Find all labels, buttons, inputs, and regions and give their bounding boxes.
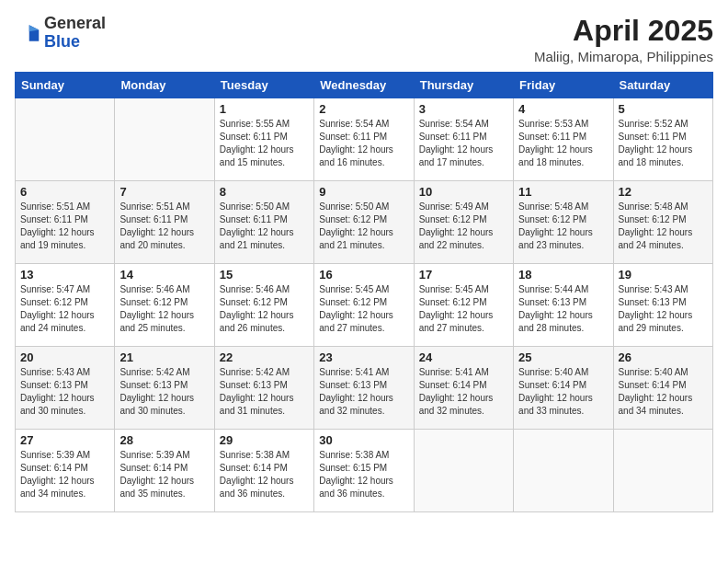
table-row [514,430,613,512]
header: General Blue April 2025 Maliig, Mimaropa… [15,15,713,64]
day-number: 13 [20,268,109,282]
day-info: Sunrise: 5:55 AM Sunset: 6:11 PM Dayligh… [220,118,309,169]
day-info: Sunrise: 5:46 AM Sunset: 6:12 PM Dayligh… [220,283,309,335]
day-info: Sunrise: 5:51 AM Sunset: 6:11 PM Dayligh… [20,201,109,252]
day-info: Sunrise: 5:40 AM Sunset: 6:14 PM Dayligh… [619,366,708,418]
day-number: 8 [220,185,309,199]
day-info: Sunrise: 5:52 AM Sunset: 6:11 PM Dayligh… [619,118,708,169]
table-row: 27Sunrise: 5:39 AM Sunset: 6:14 PM Dayli… [16,430,115,512]
day-info: Sunrise: 5:44 AM Sunset: 6:13 PM Dayligh… [518,283,608,335]
day-info: Sunrise: 5:53 AM Sunset: 6:11 PM Dayligh… [518,118,608,169]
day-info: Sunrise: 5:38 AM Sunset: 6:14 PM Dayligh… [220,449,309,500]
col-wednesday: Wednesday [314,73,414,98]
col-saturday: Saturday [613,73,712,98]
day-info: Sunrise: 5:39 AM Sunset: 6:14 PM Dayligh… [119,449,209,500]
table-row: 19Sunrise: 5:43 AM Sunset: 6:13 PM Dayli… [613,264,712,347]
day-info: Sunrise: 5:38 AM Sunset: 6:15 PM Dayligh… [319,449,408,500]
table-row: 3Sunrise: 5:54 AM Sunset: 6:11 PM Daylig… [414,98,513,181]
day-number: 14 [119,268,209,282]
table-row: 15Sunrise: 5:46 AM Sunset: 6:12 PM Dayli… [214,264,313,347]
table-row: 5Sunrise: 5:52 AM Sunset: 6:11 PM Daylig… [613,98,712,181]
day-number: 19 [619,268,708,282]
col-tuesday: Tuesday [214,73,313,98]
logo: General Blue [15,15,106,52]
calendar-week-row: 20Sunrise: 5:43 AM Sunset: 6:13 PM Dayli… [16,347,713,430]
col-sunday: Sunday [16,73,115,98]
day-info: Sunrise: 5:39 AM Sunset: 6:14 PM Dayligh… [20,449,109,500]
calendar-week-row: 27Sunrise: 5:39 AM Sunset: 6:14 PM Dayli… [16,430,713,512]
logo-text: General Blue [44,15,106,52]
table-row: 16Sunrise: 5:45 AM Sunset: 6:12 PM Dayli… [314,264,414,347]
day-number: 17 [419,268,508,282]
col-friday: Friday [514,73,613,98]
table-row: 2Sunrise: 5:54 AM Sunset: 6:11 PM Daylig… [314,98,414,181]
day-number: 1 [220,102,309,116]
day-number: 16 [319,268,408,282]
day-number: 22 [220,350,309,364]
day-number: 9 [319,185,408,199]
day-number: 4 [518,102,608,116]
table-row: 28Sunrise: 5:39 AM Sunset: 6:14 PM Dayli… [115,430,214,512]
day-number: 10 [419,185,508,199]
day-number: 11 [518,185,608,199]
table-row: 23Sunrise: 5:41 AM Sunset: 6:13 PM Dayli… [314,347,414,430]
day-number: 24 [419,350,508,364]
calendar-week-row: 6Sunrise: 5:51 AM Sunset: 6:11 PM Daylig… [16,181,713,264]
table-row: 22Sunrise: 5:42 AM Sunset: 6:13 PM Dayli… [214,347,313,430]
day-info: Sunrise: 5:45 AM Sunset: 6:12 PM Dayligh… [419,283,508,335]
day-number: 20 [20,350,109,364]
table-row: 4Sunrise: 5:53 AM Sunset: 6:11 PM Daylig… [514,98,613,181]
table-row: 29Sunrise: 5:38 AM Sunset: 6:14 PM Dayli… [214,430,313,512]
day-info: Sunrise: 5:42 AM Sunset: 6:13 PM Dayligh… [220,366,309,418]
day-number: 3 [419,102,508,116]
day-info: Sunrise: 5:41 AM Sunset: 6:13 PM Dayligh… [319,366,408,418]
calendar-week-row: 13Sunrise: 5:47 AM Sunset: 6:12 PM Dayli… [16,264,713,347]
col-monday: Monday [115,73,214,98]
day-number: 2 [319,102,408,116]
calendar-subtitle: Maliig, Mimaropa, Philippines [534,49,713,64]
day-info: Sunrise: 5:46 AM Sunset: 6:12 PM Dayligh… [119,283,209,335]
table-row: 10Sunrise: 5:49 AM Sunset: 6:12 PM Dayli… [414,181,513,264]
day-number: 29 [220,433,309,447]
day-info: Sunrise: 5:48 AM Sunset: 6:12 PM Dayligh… [518,201,608,252]
table-row: 13Sunrise: 5:47 AM Sunset: 6:12 PM Dayli… [16,264,115,347]
day-number: 25 [518,350,608,364]
day-number: 30 [319,433,408,447]
table-row: 8Sunrise: 5:50 AM Sunset: 6:11 PM Daylig… [214,181,313,264]
day-info: Sunrise: 5:49 AM Sunset: 6:12 PM Dayligh… [419,201,508,252]
day-info: Sunrise: 5:45 AM Sunset: 6:12 PM Dayligh… [319,283,408,335]
table-row [414,430,513,512]
table-row: 21Sunrise: 5:42 AM Sunset: 6:13 PM Dayli… [115,347,214,430]
day-number: 27 [20,433,109,447]
day-info: Sunrise: 5:54 AM Sunset: 6:11 PM Dayligh… [319,118,408,169]
table-row: 24Sunrise: 5:41 AM Sunset: 6:14 PM Dayli… [414,347,513,430]
day-info: Sunrise: 5:51 AM Sunset: 6:11 PM Dayligh… [119,201,209,252]
table-row: 7Sunrise: 5:51 AM Sunset: 6:11 PM Daylig… [115,181,214,264]
day-number: 18 [518,268,608,282]
day-info: Sunrise: 5:50 AM Sunset: 6:11 PM Dayligh… [220,201,309,252]
day-info: Sunrise: 5:54 AM Sunset: 6:11 PM Dayligh… [419,118,508,169]
table-row [613,430,712,512]
day-number: 28 [119,433,209,447]
day-info: Sunrise: 5:42 AM Sunset: 6:13 PM Dayligh… [119,366,209,418]
table-row: 25Sunrise: 5:40 AM Sunset: 6:14 PM Dayli… [514,347,613,430]
day-info: Sunrise: 5:48 AM Sunset: 6:12 PM Dayligh… [619,201,708,252]
day-info: Sunrise: 5:40 AM Sunset: 6:14 PM Dayligh… [518,366,608,418]
day-info: Sunrise: 5:43 AM Sunset: 6:13 PM Dayligh… [20,366,109,418]
generalblue-logo-icon [15,20,40,46]
table-row: 20Sunrise: 5:43 AM Sunset: 6:13 PM Dayli… [16,347,115,430]
day-number: 21 [119,350,209,364]
day-number: 26 [619,350,708,364]
day-number: 15 [220,268,309,282]
calendar-title: April 2025 [534,15,713,47]
table-row: 12Sunrise: 5:48 AM Sunset: 6:12 PM Dayli… [613,181,712,264]
table-row: 26Sunrise: 5:40 AM Sunset: 6:14 PM Dayli… [613,347,712,430]
day-info: Sunrise: 5:50 AM Sunset: 6:12 PM Dayligh… [319,201,408,252]
day-number: 7 [119,185,209,199]
table-row: 11Sunrise: 5:48 AM Sunset: 6:12 PM Dayli… [514,181,613,264]
col-thursday: Thursday [414,73,513,98]
day-info: Sunrise: 5:41 AM Sunset: 6:14 PM Dayligh… [419,366,508,418]
table-row: 30Sunrise: 5:38 AM Sunset: 6:15 PM Dayli… [314,430,414,512]
calendar-header-row: Sunday Monday Tuesday Wednesday Thursday… [16,73,713,98]
day-number: 23 [319,350,408,364]
